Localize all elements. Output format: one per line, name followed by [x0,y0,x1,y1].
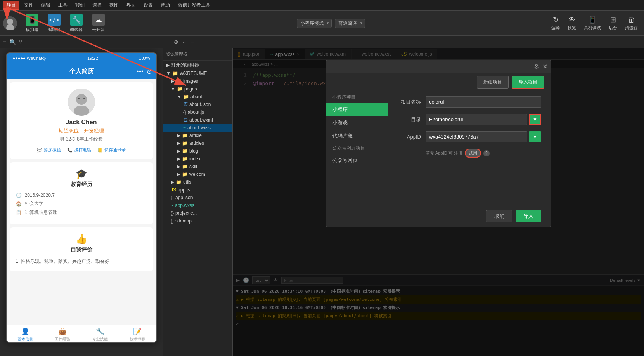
menu-item-view[interactable]: 视图 [106,1,122,9]
index-folder[interactable]: ▶ 📁 index [163,155,232,163]
branch-icon[interactable]: ⑂ [19,39,22,45]
tab-work-exp[interactable]: 👜 工作经验 [44,325,81,343]
app-js[interactable]: JS app.js [163,186,232,194]
import-project-button[interactable]: 导入项目 [512,76,544,89]
toolbar-divider [112,16,112,31]
pages-folder[interactable]: ▼ 📁 pages [163,85,232,93]
mode-select[interactable]: 小程序模式 [297,19,332,28]
backend-icon: ⊞ [610,16,616,24]
call-action[interactable]: 📞 拨打电话 [67,147,91,153]
about-js[interactable]: {} about.js [163,108,232,116]
debugger-button[interactable]: 🔧 调试器 [66,12,87,34]
add-icon[interactable]: ⊕ [174,39,178,45]
sitemap-file[interactable]: {} sitemap... [163,217,232,225]
tab-blog[interactable]: 📝 技术博客 [119,325,156,343]
code-snippet-option[interactable]: 代码片段 [326,129,388,142]
eval-text: 1. 性格乐观、稳重、踏实、兴趣广泛、勤奋好 [16,258,147,265]
about-wxss[interactable]: ~ about.wxss [163,124,232,132]
about-folder-icon: 📁 [183,94,189,99]
app-json-file[interactable]: {} app.json [163,194,232,201]
menu-item-goto[interactable]: 转到 [72,1,88,9]
mini-program-option[interactable]: 小程序 [326,103,388,116]
menu-item-tools[interactable]: 工具 [55,1,71,9]
about-json[interactable]: 🖼 about.json [163,101,232,108]
welcom-folder[interactable]: ▶ 📁 welcom [163,170,232,178]
dialog-left-panel: 小程序项目 小程序 小游戏 代码片段 公众号网页项目 公众号网页 [326,89,388,205]
project-name-input[interactable] [426,96,541,108]
app-wxss-file[interactable]: ~ app.wxss [163,201,232,209]
menu-item-help[interactable]: 帮助 [158,1,173,9]
avatar-image [68,89,95,116]
menu-icon[interactable]: ≡ [3,39,6,45]
profile-actions: 💬 添加微信 📞 拨打电话 📒 保存通讯录 [37,147,126,153]
compile-icon: ↻ [553,16,559,24]
public-account-option[interactable]: 公众号网页 [326,154,388,167]
record-icon[interactable]: ⊙ [147,68,152,75]
mini-game-option[interactable]: 小游戏 [326,116,388,129]
menu-item-wechat-tools[interactable]: 微信开发者工具 [175,1,213,9]
compile-select-wrapper[interactable]: 普通编译 [335,19,365,28]
articles-folder[interactable]: ▶ 📁 articles [163,139,232,147]
dialog-footer: 取消 导入 [326,205,551,227]
new-project-button[interactable]: 新建项目 [477,76,509,89]
file-panel: 资源管理器 ▶ 打开的编辑器 ▼ 📁 WXRESUME ▶ 📁 images ▼… [163,48,233,356]
utils-folder[interactable]: ▶ 📁 utils [163,178,232,186]
appid-dropdown-button[interactable]: ▼ [529,131,541,142]
open-editors-item[interactable]: ▶ 打开的编辑器 [163,61,232,69]
sitemap-icon: {} [171,218,174,224]
about-wxml[interactable]: 🖼 about.wxml [163,116,232,124]
articles-folder-icon: 📁 [182,141,188,146]
contact-action[interactable]: 📒 保存通讯录 [97,147,126,153]
cloud-button[interactable]: ☁ 云开发 [88,12,109,34]
clean-icon: 🗑 [628,16,635,24]
mode-select-wrapper[interactable]: 小程序模式 [297,19,332,28]
menu-item-edit[interactable]: 编辑 [38,1,54,9]
preview-action[interactable]: 👁 预览 [564,14,579,32]
settings-icon[interactable]: ⚙ [534,63,539,70]
compile-action[interactable]: ↻ 编译 [548,14,563,32]
search-icon[interactable]: 🔍 [9,39,16,45]
menu-item-file[interactable]: 文件 [21,1,36,9]
images-folder[interactable]: ▶ 📁 images [163,77,232,85]
help-icon[interactable]: ? [483,150,490,156]
menu-item-project[interactable]: 项目 [3,1,19,10]
blog-folder[interactable]: ▶ 📁 blog [163,147,232,155]
tab-skills[interactable]: 🔧 专业技能 [81,325,119,343]
skill-folder-icon: 📁 [182,164,188,169]
edu-card-header: 🎓 教育经历 [16,168,147,188]
appid-input-group: ▼ [426,131,541,142]
back-icon[interactable]: ← [182,39,187,45]
compile-select[interactable]: 普通编译 [335,19,365,28]
about-folder[interactable]: ▼ 📁 about [163,93,232,101]
avatar[interactable] [3,16,17,30]
menu-item-select[interactable]: 选择 [89,1,105,9]
forward-icon[interactable]: → [190,39,196,45]
directory-dropdown-button[interactable]: ▼ [529,114,541,125]
import-button[interactable]: 导入 [516,210,541,222]
main-layout: ●●●●● WeChat令 19:22 100% 个人简历 ••• ⊙ [0,48,644,356]
backend-action[interactable]: ⊞ 后台 [606,14,620,32]
root-folder-item[interactable]: ▼ 📁 WXRESUME [163,69,232,77]
simulator-button[interactable]: 📱 模拟器 [22,12,42,34]
project-config[interactable]: {} project.c... [163,209,232,217]
tab-basic-info[interactable]: 👤 基本信息 [7,325,44,343]
real-debug-action[interactable]: 📱 真机调试 [581,14,604,32]
phone-nav-title: 个人简历 [69,68,94,76]
edu-card: 🎓 教育经历 🕐 2016.9-2020.7 🏠 社会大学 📋 计算机信息管理 [10,162,153,224]
appid-input[interactable] [426,131,527,142]
clean-action[interactable]: 🗑 清缓存 [622,14,641,32]
close-dialog-icon[interactable]: ✕ [542,63,547,70]
wechat-action[interactable]: 💬 添加微信 [37,147,61,153]
svg-point-1 [6,24,14,30]
menu-item-interface[interactable]: 界面 [123,1,139,9]
menu-item-settings[interactable]: 设置 [140,1,156,9]
editor-button[interactable]: </> 编辑器 [44,12,64,34]
skill-folder[interactable]: ▶ 📁 skill [163,163,232,170]
article-folder[interactable]: ▶ 📁 article [163,132,232,139]
appid-test-button[interactable]: 试用 [465,149,481,158]
svg-point-3 [76,94,87,105]
cancel-button[interactable]: 取消 [486,210,512,222]
directory-input[interactable] [426,114,527,125]
contact-icon: 📒 [97,148,103,153]
more-icon[interactable]: ••• [137,68,144,75]
